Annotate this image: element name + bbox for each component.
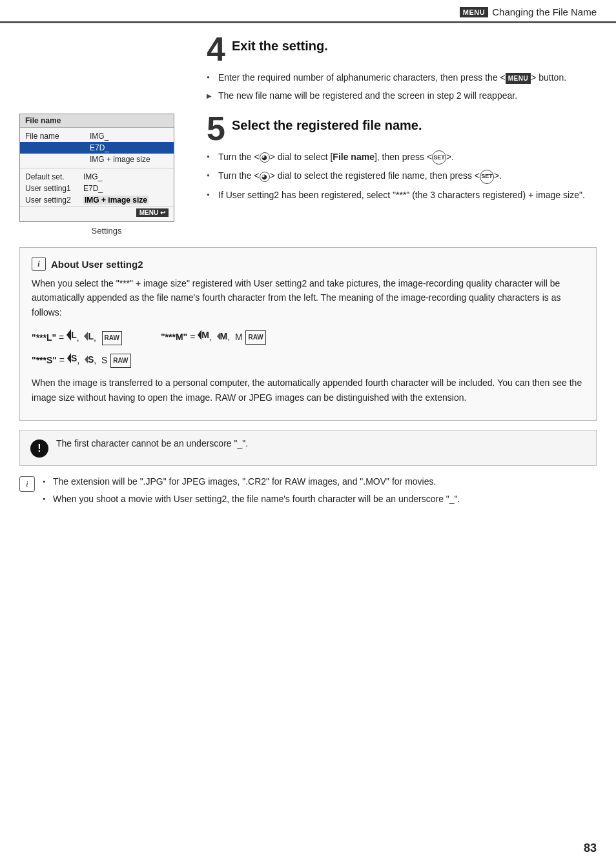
about-body1: When you select the "***" + image size" … (32, 276, 584, 319)
dial-icon-1: ◕ (260, 152, 270, 163)
set-key-1: SET (432, 150, 446, 165)
tri-filled-l1: L (67, 326, 77, 344)
tri-filled-m: M (198, 326, 209, 344)
step4-title: Exit the setting. (232, 36, 328, 54)
about-icon: i (32, 257, 46, 271)
widget-footer: MENU ↩ (20, 206, 174, 219)
user1-value: E7D_ (83, 184, 103, 193)
main-content: File name File name IMG_ E7D_ IMG + imag (0, 23, 616, 529)
user2-value: IMG + image size (83, 196, 149, 205)
menu-badge: MENU (460, 7, 488, 17)
widget-table-row-user2: User setting2 IMG + image size (20, 194, 174, 206)
about-box: i About User setting2 When you select th… (19, 247, 597, 421)
step4-header: 4 Exit the setting. (207, 36, 597, 66)
user1-label: User setting1 (25, 184, 83, 193)
file-name-bold: File name (333, 152, 375, 162)
step4-bullets: Enter the required number of alphanumeri… (207, 71, 597, 103)
about-title-text: About User setting2 (51, 259, 143, 270)
warning-text: The first character cannot be an undersc… (56, 438, 248, 449)
menu-key: MENU (506, 73, 531, 84)
raw-badge-s: RAW (110, 354, 130, 368)
step-4: 4 Exit the setting. Enter the required n… (207, 36, 597, 103)
page-header: MENU Changing the File Name (0, 0, 616, 23)
widget-filename-row: File name IMG_ (20, 130, 174, 142)
quality-line-2: "***S" = S , S , S RAW (32, 349, 584, 369)
quality-line-1: "***L" = L , L , RAW "***M" = (32, 326, 584, 347)
widget-title: File name (20, 114, 174, 128)
tri-filled-s: S (67, 349, 77, 367)
quality-chars: "***L" = L , L , RAW "***M" = (32, 326, 584, 369)
notes-list: The extension will be ".JPG" for JPEG im… (43, 475, 597, 506)
tri-outline-s: S (85, 350, 94, 368)
step5-bullet-1: Turn the <◕> dial to select [File name],… (207, 150, 597, 165)
about-title: i About User setting2 (32, 257, 584, 271)
widget-filename-label: File name (25, 132, 90, 141)
default-value: IMG_ (83, 172, 102, 181)
step-left-panel: File name File name IMG_ E7D_ IMG + imag (19, 36, 207, 236)
about-body2: When the image is transferred to a perso… (32, 376, 584, 405)
header-title: Changing the File Name (492, 6, 597, 17)
widget-table-row-user1: User setting1 E7D_ (20, 183, 174, 194)
step4-bullet-1: Enter the required number of alphanumeri… (207, 71, 597, 85)
step5-bullet-2: Turn the <◕> dial to select the register… (207, 169, 597, 183)
steps-right: 4 Exit the setting. Enter the required n… (207, 36, 597, 236)
page-number: 83 (584, 842, 597, 855)
menu-back-btn: MENU ↩ (136, 208, 169, 217)
widget-selected-val: E7D_ (90, 143, 109, 152)
notes-section: i The extension will be ".JPG" for JPEG … (19, 475, 597, 510)
default-label: Default set. (25, 172, 83, 181)
settings-caption: Settings (19, 226, 194, 236)
q-line-1-left: "***L" = L , L , RAW (32, 326, 122, 347)
step5-title: Select the registered file name. (232, 116, 422, 133)
step4-bullet-2: The new file name will be registered and… (207, 89, 597, 103)
warning-box: ! The first character cannot be an under… (19, 430, 597, 466)
note-item-2: When you shoot a movie with User setting… (43, 492, 597, 506)
step-5: 5 Select the registered file name. Turn … (207, 116, 597, 202)
q-line-1-right: "***M" = M , M , M RAW (161, 326, 266, 347)
raw-badge-m: RAW (245, 330, 265, 345)
widget-selected-row: E7D_ (20, 142, 174, 154)
widget-table-row-default: Default set. IMG_ (20, 171, 174, 183)
notes-icon: i (19, 476, 35, 492)
widget-row3: IMG + image size (20, 154, 174, 165)
widget-separator (20, 168, 174, 168)
notes-content: The extension will be ".JPG" for JPEG im… (43, 475, 597, 510)
widget-filename-val1: IMG_ (90, 132, 108, 141)
set-key-2: SET (480, 170, 494, 184)
dial-icon-2: ◕ (260, 172, 270, 182)
step5-bullet-3: If User setting2 has been registered, se… (207, 188, 597, 202)
tri-outline-l1: L (84, 327, 94, 345)
note-item-1: The extension will be ".JPG" for JPEG im… (43, 475, 597, 489)
step5-number: 5 (207, 112, 225, 145)
step5-bullets: Turn the <◕> dial to select [File name],… (207, 150, 597, 202)
warning-icon: ! (30, 439, 48, 458)
widget-row3-val: IMG + image size (90, 155, 150, 164)
raw-badge-l: RAW (102, 331, 122, 345)
widget-body: File name IMG_ E7D_ IMG + image size (20, 128, 174, 221)
step4-number: 4 (207, 32, 225, 66)
user2-label: User setting2 (25, 196, 83, 205)
step5-header: 5 Select the registered file name. (207, 116, 597, 145)
file-name-widget: File name File name IMG_ E7D_ IMG + imag (19, 114, 174, 222)
tri-outline-m: M (217, 327, 228, 345)
step-row-4-5: File name File name IMG_ E7D_ IMG + imag (19, 36, 597, 236)
